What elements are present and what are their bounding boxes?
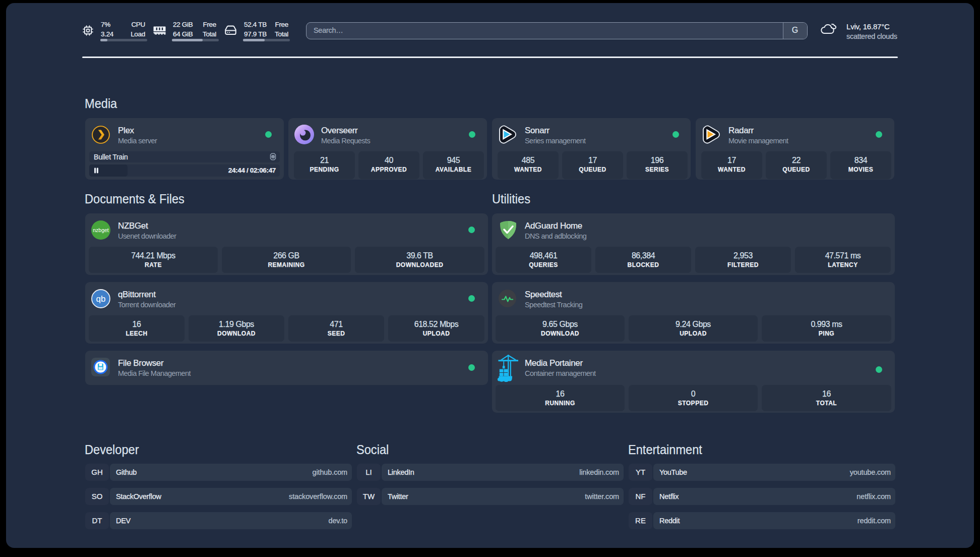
svg-text:nzbget: nzbget bbox=[93, 227, 109, 233]
svg-text:qb: qb bbox=[96, 294, 106, 304]
